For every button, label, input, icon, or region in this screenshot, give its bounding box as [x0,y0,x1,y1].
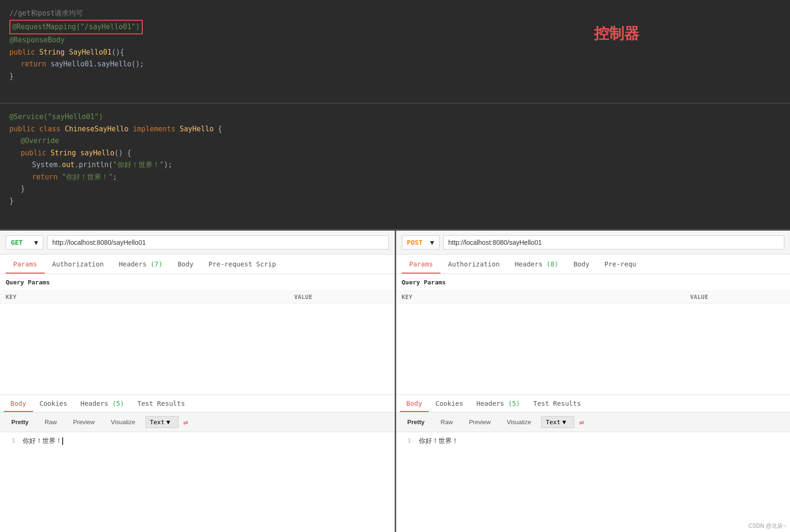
right-resp-tab-body[interactable]: Body [400,395,429,412]
comment-text: //get和post请求均可 [9,9,83,17]
right-tab-params[interactable]: Params [402,255,441,274]
override-line: @Override [9,135,781,147]
return-chinese-line: return "你好！世界！"; [9,171,781,184]
outer-close: } [9,195,781,208]
left-resp-tab-cookies[interactable]: Cookies [33,395,74,412]
right-request-bar: POST ▼ [396,231,790,255]
annotation-mapping-line: @RequestMapping("/sayHello01") [9,20,781,35]
left-resp-tab-body[interactable]: Body [4,395,33,412]
right-params-empty-area [396,304,790,395]
left-params-empty-area [0,304,394,395]
code-section-bottom: @Service("sayHello01") public class Chin… [0,104,790,231]
right-method-label: POST [407,239,423,246]
method-sig-line: public String SayHello01(){ [9,47,781,59]
right-response-tabs: Body Cookies Headers (5) Test Results [396,395,790,412]
left-method-label: GET [11,239,23,246]
right-table-header: KEY VALUE [396,290,790,304]
left-key-header: KEY [6,294,294,300]
right-resp-tab-headers[interactable]: Headers (5) [470,395,527,412]
left-query-params-title: Query Params [0,274,394,290]
left-tab-prescript[interactable]: Pre-request Scrip [201,255,284,274]
left-tab-body[interactable]: Body [170,255,201,274]
postman-area: GET ▼ Params Authorization Headers (7) B… [0,231,790,532]
right-value-header: VALUE [690,294,784,300]
right-response-body: 1 你好！世界！ [396,432,790,532]
right-method-select[interactable]: POST ▼ [402,235,440,250]
right-wrap-icon[interactable]: ⇌ [579,417,584,427]
left-pretty-btn[interactable]: Pretty [6,416,34,428]
code-comment-line: //get和post请求均可 [9,8,781,20]
service-annotation-line: @Service("sayHello01") [9,111,781,123]
left-response-body: 1 你好！世界！ [0,432,394,532]
return-line: return sayHello01.sayHello(); [9,58,781,71]
right-tab-prescript[interactable]: Pre-requ [597,255,643,274]
right-text-chevron: ▼ [562,419,566,426]
right-visualize-btn[interactable]: Visualize [501,416,537,428]
left-method-select[interactable]: GET ▼ [6,235,43,250]
annotation-mapping: @RequestMapping("/sayHello01") [9,20,143,35]
left-format-row: Pretty Raw Preview Visualize Text ▼ ⇌ [0,412,394,432]
right-resp-tab-cookies[interactable]: Cookies [429,395,470,412]
left-preview-btn[interactable]: Preview [67,416,100,428]
left-response-text: 你好！世界！ [23,437,63,528]
left-panel: GET ▼ Params Authorization Headers (7) B… [0,231,395,532]
right-tabs-row: Params Authorization Headers (8) Body Pr… [396,255,790,274]
right-method-chevron: ▼ [430,239,434,246]
right-key-header: KEY [402,294,691,300]
right-response-text: 你好！世界！ [419,437,458,528]
right-line-number: 1 [402,437,411,528]
left-tabs-row: Params Authorization Headers (7) Body Pr… [0,255,394,274]
left-method-chevron: ▼ [34,239,38,246]
println-line: System.out.println("你好！世界！"); [9,159,781,171]
left-text-chevron: ▼ [166,419,170,426]
left-value-header: VALUE [294,294,389,300]
right-query-params-title: Query Params [396,274,790,290]
left-resp-tab-tests[interactable]: Test Results [130,395,191,412]
right-url-input[interactable] [443,235,785,250]
right-raw-btn[interactable]: Raw [435,416,458,428]
right-tab-headers[interactable]: Headers (8) [507,255,566,274]
left-response-tabs: Body Cookies Headers (5) Test Results [0,395,394,412]
annotation-body: @ResponseBody [9,36,65,44]
close-brace-top: } [9,71,781,83]
left-line-number: 1 [6,437,15,528]
code-section-top: //get和post请求均可 @RequestMapping("/sayHell… [0,0,790,104]
right-text-select[interactable]: Text ▼ [541,416,574,428]
left-tab-params[interactable]: Params [6,255,45,274]
left-visualize-btn[interactable]: Visualize [105,416,141,428]
left-tab-authorization[interactable]: Authorization [45,255,112,274]
left-cursor [62,437,63,445]
class-decl-line: public class ChineseSayHello implements … [9,123,781,136]
left-resp-tab-headers[interactable]: Headers (5) [74,395,131,412]
right-format-row: Pretty Raw Preview Visualize Text ▼ ⇌ [396,412,790,432]
inner-close: } [9,183,781,195]
right-tab-authorization[interactable]: Authorization [440,255,507,274]
left-url-input[interactable] [47,235,389,250]
left-wrap-icon[interactable]: ⇌ [183,417,188,427]
sayhello-sig-line: public String sayHello() { [9,147,781,160]
controller-label: 控制器 [594,24,639,44]
right-preview-btn[interactable]: Preview [463,416,496,428]
right-resp-tab-tests[interactable]: Test Results [527,395,587,412]
left-tab-headers[interactable]: Headers (7) [111,255,170,274]
right-panel: POST ▼ Params Authorization Headers (8) … [396,231,790,532]
left-request-bar: GET ▼ [0,231,394,255]
left-text-select[interactable]: Text ▼ [146,416,179,428]
right-tab-body[interactable]: Body [566,255,597,274]
annotation-body-line: @ResponseBody [9,34,781,47]
left-table-header: KEY VALUE [0,290,394,304]
watermark: CSDN @北辰~ [748,522,786,530]
right-pretty-btn[interactable]: Pretty [402,416,431,428]
left-raw-btn[interactable]: Raw [39,416,63,428]
